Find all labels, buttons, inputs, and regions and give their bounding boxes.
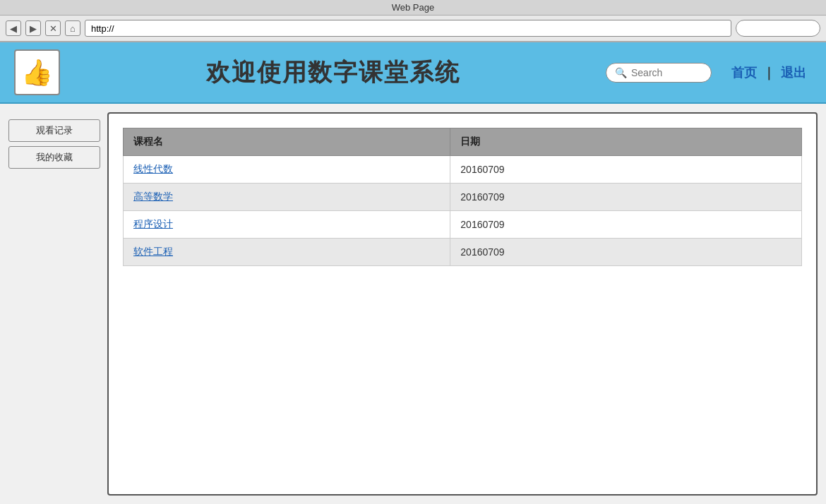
main-content: 课程名 日期 线性代数20160709高等数学20160709程序设计20160… <box>107 112 818 496</box>
title-bar-text: Web Page <box>392 2 434 13</box>
browser-chrome: ◀ ▶ ✕ ⌂ <box>0 16 826 42</box>
date-cell: 20160709 <box>450 211 802 239</box>
header-nav: 首页 ｜ 退出 <box>726 61 812 84</box>
table-row: 软件工程20160709 <box>124 239 802 266</box>
search-box: 🔍 <box>606 63 712 83</box>
close-icon: ✕ <box>49 23 57 34</box>
forward-icon: ▶ <box>30 23 37 34</box>
table-row: 线性代数20160709 <box>124 156 802 184</box>
course-cell: 软件工程 <box>124 239 450 266</box>
course-table: 课程名 日期 线性代数20160709高等数学20160709程序设计20160… <box>123 128 802 266</box>
table-row: 程序设计20160709 <box>124 211 802 239</box>
site-title: 欢迎使用数字课堂系统 <box>74 56 592 89</box>
course-link[interactable]: 线性代数 <box>133 163 173 174</box>
home-button[interactable]: ⌂ <box>65 20 80 36</box>
course-cell: 线性代数 <box>124 156 450 184</box>
table-header-row: 课程名 日期 <box>124 128 802 156</box>
site-header: 👍 欢迎使用数字课堂系统 🔍 首页 ｜ 退出 <box>0 42 826 104</box>
home-icon: ⌂ <box>70 23 76 34</box>
forward-button[interactable]: ▶ <box>25 20 41 36</box>
sidebar-item-favorites[interactable]: 我的收藏 <box>8 146 100 169</box>
title-bar: Web Page <box>0 0 826 16</box>
sidebar-item-history[interactable]: 观看记录 <box>8 119 100 142</box>
date-cell: 20160709 <box>450 184 802 211</box>
close-button[interactable]: ✕ <box>45 20 61 36</box>
course-link[interactable]: 软件工程 <box>133 246 173 257</box>
date-cell: 20160709 <box>450 239 802 266</box>
sidebar: 观看记录 我的收藏 <box>8 112 100 496</box>
back-icon: ◀ <box>10 23 17 34</box>
page-body: 观看记录 我的收藏 课程名 日期 线性代数20160709高等数学2016070… <box>0 104 826 504</box>
course-cell: 程序设计 <box>124 211 450 239</box>
nav-divider: ｜ <box>762 64 775 81</box>
browser-content: 👍 欢迎使用数字课堂系统 🔍 首页 ｜ 退出 观看记录 我的收藏 <box>0 42 826 504</box>
search-icon: 🔍 <box>615 67 627 78</box>
course-link[interactable]: 高等数学 <box>133 191 173 202</box>
home-nav-link[interactable]: 首页 <box>726 61 762 84</box>
date-cell: 20160709 <box>450 156 802 184</box>
course-cell: 高等数学 <box>124 184 450 211</box>
browser-search-input[interactable] <box>736 20 820 37</box>
table-row: 高等数学20160709 <box>124 184 802 211</box>
col-date: 日期 <box>450 128 802 156</box>
col-course: 课程名 <box>124 128 450 156</box>
search-input[interactable] <box>631 67 702 78</box>
logo-icon: 👍 <box>21 58 53 88</box>
logo-box: 👍 <box>14 49 60 95</box>
back-button[interactable]: ◀ <box>6 20 21 36</box>
address-bar[interactable] <box>85 20 731 37</box>
course-link[interactable]: 程序设计 <box>133 218 173 229</box>
logout-nav-link[interactable]: 退出 <box>775 61 812 84</box>
